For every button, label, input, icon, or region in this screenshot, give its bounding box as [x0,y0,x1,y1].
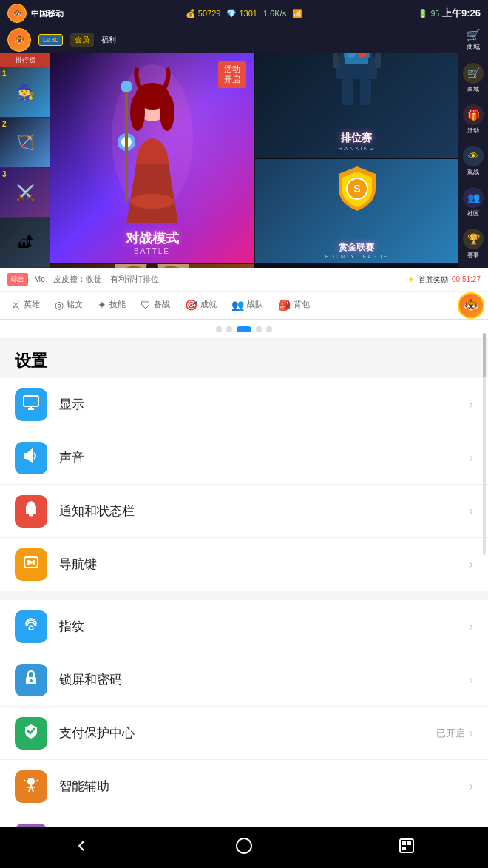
bounty-banner[interactable]: S 赏金联赛 BOUNTY LEAGUE [255,159,458,263]
banner-section: 排行榜 🧙 1 🏹 2 ⚔️ 3 🏕 [0,53,488,268]
svg-rect-27 [24,396,38,406]
tab-hero[interactable]: ⚔ 英雄 [4,292,47,319]
settings-item-display[interactable]: 显示 › [0,378,488,431]
nav-icon-wrap [15,548,47,581]
adventure-banner[interactable]: 冒险模式 ADVENTURE [50,264,254,268]
dot-5 [266,326,272,332]
side-watch-button[interactable]: 👁 观战 [463,146,484,176]
settings-title: 设置 [15,351,47,370]
payment-chevron: › [469,725,473,741]
tab-inscription[interactable]: ◎ 铭文 [47,292,90,319]
dot-4 [256,326,262,332]
settings-item-sound[interactable]: 声音 › [0,431,488,485]
main-banner: 活动 开启 对战模式 BATTLE [50,53,458,268]
svg-rect-20 [375,53,381,68]
side-community-button[interactable]: 👥 社区 [463,187,484,218]
nav-icon [22,554,40,576]
back-button[interactable] [58,830,105,867]
player-tab-avatar[interactable]: 🐯 [458,292,484,319]
svg-rect-45 [402,841,406,845]
side-tournament-button[interactable]: 🏆 赛事 [463,229,484,259]
payment-label: 支付保护中心 [59,724,436,741]
signal-icon: 📶 [292,9,302,18]
settings-item-notification[interactable]: 通知和状态栏 › [0,485,488,538]
dot-3-active [237,326,251,332]
speed-text: 1.6K/s [263,9,286,18]
rank-item-2[interactable]: 🏹 2 [0,118,50,168]
status-bar-left: 🐯 中国移动 [7,4,64,23]
settings-item-fingerprint[interactable]: 指纹 › [0,600,488,653]
dot-1 [216,326,222,332]
rank-item-4[interactable]: 🏕 [0,218,50,268]
hero-tab-icon: ⚔ [11,299,21,311]
side-shop-button[interactable]: 🛒 商城 [463,63,484,93]
status-time: 上午9:26 [442,7,481,20]
tab-prep[interactable]: 🛡 备战 [133,292,177,319]
fingerprint-icon [22,616,40,638]
settings-item-lock[interactable]: 锁屏和密码 › [0,653,488,707]
dot-2 [226,326,232,332]
member-button[interactable]: 会员 [70,33,94,47]
svg-point-5 [160,94,174,131]
bag-tab-icon: 🎒 [278,299,291,311]
settings-item-nav[interactable]: 导航键 › [0,538,488,591]
side-activity-button[interactable]: 🎁 活动 [463,104,484,135]
svg-point-37 [30,561,33,564]
tab-bag[interactable]: 🎒 背包 [271,292,317,319]
svg-point-4 [130,94,145,131]
welfare-button[interactable]: 福利 [101,35,116,45]
settings-item-assist[interactable]: 智能辅助 › [0,760,488,813]
battle-label: 对战模式 BATTLE [126,229,179,255]
svg-point-39 [30,679,33,682]
first-win-section: ✦ 首胜奖励 00:51:27 [407,275,481,285]
fingerprint-label: 指纹 [59,618,469,635]
status-bar-right: 🔋 95 上午9:26 [418,7,481,20]
event-badge: 活动 开启 [218,61,246,88]
rank-item-1[interactable]: 🧙 1 [0,67,50,118]
rank-item-3[interactable]: ⚔️ 3 [0,168,50,218]
nav-label: 导航键 [59,556,469,573]
tab-skill[interactable]: ✦ 技能 [90,292,133,319]
tab-achievement[interactable]: 🎯 成就 [177,292,224,319]
first-win-timer: 00:51:27 [452,275,481,283]
ranking-banner[interactable]: 排位赛 RANKING [255,53,458,158]
bounty-label: 赏金联赛 BOUNTY LEAGUE [325,241,388,259]
status-bar: 🐯 中国移动 💰 50729 💎 1301 1.6K/s 📶 🔋 95 上午9:… [0,0,488,27]
achievement-tab-icon: 🎯 [185,299,197,311]
ranking-label-bottom: 排位赛 RANKING [338,132,375,152]
svg-point-40 [27,778,35,785]
lock-label: 锁屏和密码 [59,671,469,688]
svg-rect-46 [407,841,411,845]
svg-rect-35 [27,560,30,565]
settings-divider-1 [0,591,488,600]
home-button[interactable] [220,830,268,867]
scrollbar-track [483,333,486,555]
tab-team[interactable]: 👥 战队 [224,292,271,319]
notification-icon-wrap [15,495,47,528]
display-icon [22,394,40,416]
settings-section: 设置 [0,339,488,378]
svg-point-43 [237,838,251,853]
dots-bar [0,320,488,339]
payment-status: 已开启 [436,727,465,740]
scrollbar-thumb[interactable] [483,333,486,377]
settings-item-payment[interactable]: 支付保护中心 已开启 › [0,707,488,760]
sound-icon [22,447,40,469]
lock-chevron: › [469,672,473,687]
battle-banner[interactable]: 活动 开启 对战模式 BATTLE [50,53,254,263]
lock-icon-wrap [15,664,47,696]
notice-bar: 综合 Mc、皮皮撞：收徒，有利帮打排位 ✦ 首胜奖励 00:51:27 [0,268,488,292]
assist-icon-wrap [15,770,47,803]
recent-button[interactable] [383,830,430,867]
tab-bar: ⚔ 英雄 ◎ 铭文 ✦ 技能 🛡 备战 🎯 成就 👥 战队 🎒 背包 🐯 [0,292,488,320]
coin1: 💰 50729 [186,9,221,18]
svg-point-10 [130,194,174,209]
fingerprint-chevron: › [469,619,473,634]
sound-chevron: › [469,450,473,465]
svg-point-9 [121,81,132,92]
carrier-text: 中国移动 [31,8,64,19]
trophy-icon: ✦ [407,275,415,285]
activity-side-button[interactable]: 🛒 商城 [466,28,481,52]
assist-label: 智能辅助 [59,778,469,795]
player-avatar: 🐯 [7,28,31,52]
